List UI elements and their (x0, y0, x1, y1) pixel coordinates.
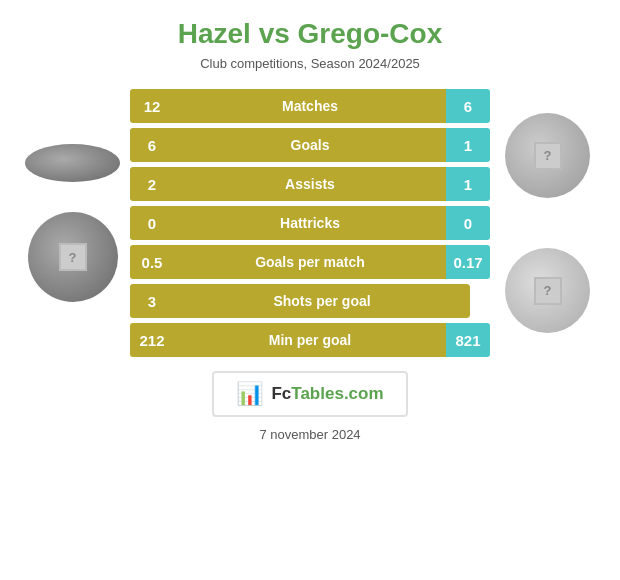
stat-label-text: Min per goal (174, 323, 446, 357)
player-left-oval (25, 144, 120, 182)
stat-label-text: Goals (174, 128, 446, 162)
stat-label-text: Assists (174, 167, 446, 201)
date-label: 7 november 2024 (259, 427, 360, 442)
logo-text: FcTables.com (271, 384, 383, 404)
player-right-avatar-bottom: ? (505, 248, 590, 333)
logo-icon: 📊 (236, 381, 263, 407)
player-right-image-placeholder-bottom: ? (534, 277, 562, 305)
stat-right-value: 1 (446, 128, 490, 162)
stat-row-matches: 12Matches6 (130, 89, 490, 123)
player-right-image-placeholder-top: ? (534, 142, 562, 170)
stat-left-value: 2 (130, 167, 174, 201)
page-title: Hazel vs Grego-Cox (178, 18, 443, 50)
main-container: Hazel vs Grego-Cox Club competitions, Se… (0, 0, 620, 580)
stat-label-text: Matches (174, 89, 446, 123)
stat-row-shots-per-goal: 3Shots per goal (130, 284, 470, 318)
stat-left-value: 3 (130, 284, 174, 318)
stat-row-goals: 6Goals1 (130, 128, 490, 162)
stat-label-text: Goals per match (174, 245, 446, 279)
stat-left-value: 212 (130, 323, 174, 357)
stat-left-value: 0.5 (130, 245, 174, 279)
stat-left-value: 0 (130, 206, 174, 240)
player-right-avatar-top: ? (505, 113, 590, 198)
player-left-image-placeholder: ? (59, 243, 87, 271)
player-right-column: ? ? (490, 113, 605, 333)
page-subtitle: Club competitions, Season 2024/2025 (200, 56, 420, 71)
stat-left-value: 12 (130, 89, 174, 123)
stat-right-value: 1 (446, 167, 490, 201)
stat-row-min-per-goal: 212Min per goal821 (130, 323, 490, 357)
comparison-area: ? 12Matches66Goals12Assists10Hattricks00… (10, 89, 610, 357)
logo-text-colored: Tables.com (291, 384, 383, 403)
player-left-column: ? (15, 144, 130, 302)
stat-right-value: 0 (446, 206, 490, 240)
stat-label-text: Hattricks (174, 206, 446, 240)
stat-row-goals-per-match: 0.5Goals per match0.17 (130, 245, 490, 279)
stat-label-text: Shots per goal (174, 284, 470, 318)
stat-left-value: 6 (130, 128, 174, 162)
player-left-avatar: ? (28, 212, 118, 302)
logo-container: 📊 FcTables.com (212, 371, 407, 417)
stats-table: 12Matches66Goals12Assists10Hattricks00.5… (130, 89, 490, 357)
stat-row-assists: 2Assists1 (130, 167, 490, 201)
stat-right-value: 0.17 (446, 245, 490, 279)
stat-right-value: 821 (446, 323, 490, 357)
stat-row-hattricks: 0Hattricks0 (130, 206, 490, 240)
stat-right-value: 6 (446, 89, 490, 123)
